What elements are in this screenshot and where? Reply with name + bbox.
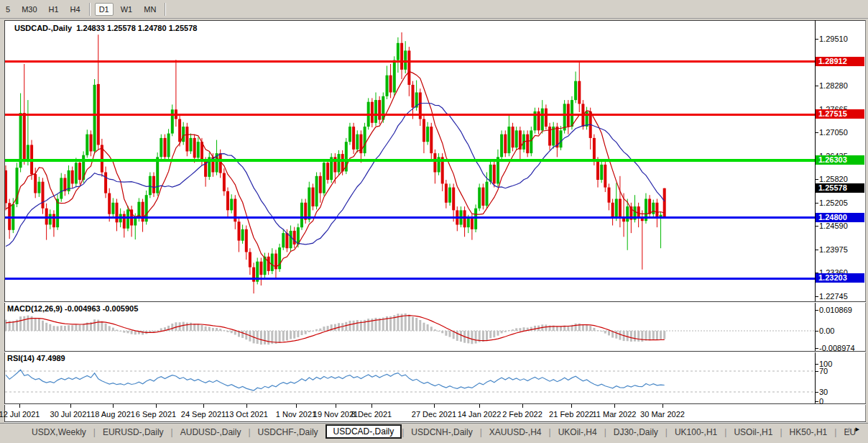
timeframe-button-w1[interactable]: W1 xyxy=(116,3,137,16)
price-tick xyxy=(815,296,818,297)
pane-separator xyxy=(4,403,866,405)
macd-scale-label: 0.010869 xyxy=(819,306,852,314)
tab-hk50-h1[interactable]: HK50-,H1 xyxy=(782,426,835,439)
rsi-scale-tick xyxy=(815,401,818,402)
tab-usdcnh-daily[interactable]: USDCNH-,Daily xyxy=(404,426,479,439)
date-tick xyxy=(571,404,572,408)
date-tick xyxy=(371,404,372,408)
pane-separator xyxy=(4,301,866,303)
price-level-badge: 1.24800 xyxy=(816,213,864,222)
price-level-line[interactable] xyxy=(5,216,815,219)
date-label: 30 Mar 2022 xyxy=(640,410,685,419)
date-label: 12 Jul 2021 xyxy=(0,410,40,419)
price-tick xyxy=(815,203,818,204)
date-label: 21 Feb 2022 xyxy=(549,410,594,419)
date-label: 11 Mar 2022 xyxy=(593,410,637,419)
date-label: 1 Nov 2021 xyxy=(276,410,316,419)
tab-usdcad-daily[interactable]: USDCAD-,Daily xyxy=(326,424,402,439)
scroll-right-icon[interactable]: ▸ xyxy=(855,424,865,433)
date-tick xyxy=(113,404,114,408)
price-tick-label: 1.27050 xyxy=(819,128,848,137)
timeframe-button-d1[interactable]: D1 xyxy=(95,3,114,16)
date-tick xyxy=(19,404,20,408)
price-tick xyxy=(815,250,818,250)
rsi-scale-tick xyxy=(815,364,818,365)
tab-usdchf-daily[interactable]: USDCHF-,Daily xyxy=(251,426,326,439)
macd-scale-tick xyxy=(815,331,818,332)
pane-separator xyxy=(4,421,866,423)
chart-tab-bar: USDX,Weekly|EURUSD-,Daily|AUDUSD-,Daily|… xyxy=(0,423,868,440)
price-level-badge: 1.26303 xyxy=(816,155,864,165)
price-level-line[interactable] xyxy=(5,159,815,162)
price-tick-label: 1.24590 xyxy=(819,221,848,230)
date-tick xyxy=(336,404,336,408)
price-level-badge: 1.28912 xyxy=(816,57,864,66)
macd-scale-label: 0.00 xyxy=(819,326,834,335)
price-tick xyxy=(815,132,818,133)
price-tick xyxy=(815,226,818,227)
price-tick xyxy=(815,179,818,180)
date-tick xyxy=(296,404,297,408)
price-level-line[interactable] xyxy=(5,60,815,63)
scroll-left-icon[interactable]: ◂ xyxy=(846,424,856,433)
price-level-line[interactable] xyxy=(5,278,815,280)
timeframe-button-h1[interactable]: H1 xyxy=(45,3,63,16)
tab-dj30-daily[interactable]: DJ30-,Daily xyxy=(606,426,665,439)
pane-separator xyxy=(4,351,866,352)
date-label: 14 Jan 2022 xyxy=(458,410,502,419)
rsi-scale-label: 70 xyxy=(819,367,828,375)
date-tick xyxy=(246,404,247,408)
date-tick xyxy=(70,404,71,408)
date-tick xyxy=(522,404,523,408)
rsi-scale-tick xyxy=(815,371,818,372)
date-tick xyxy=(662,404,663,408)
date-label: 30 Jul 2021 xyxy=(50,410,91,419)
date-label: 27 Dec 2021 xyxy=(412,410,456,419)
price-tick-label: 1.25820 xyxy=(819,175,848,183)
rsi-canvas xyxy=(5,352,815,403)
date-label: 6 Sep 2021 xyxy=(136,410,176,419)
price-tick xyxy=(815,86,818,86)
price-level-badge: 1.23203 xyxy=(816,273,864,283)
rsi-scale-label: 30 xyxy=(819,388,828,396)
rsi-scale-label: 0 xyxy=(819,397,823,406)
timeframe-button-5[interactable]: 5 xyxy=(1,3,14,16)
date-label: 13 Oct 2021 xyxy=(225,410,268,419)
timeframe-button-mn[interactable]: MN xyxy=(139,3,160,16)
price-tick-label: 1.28280 xyxy=(819,81,848,90)
date-label: 8 Dec 2021 xyxy=(351,410,392,419)
price-tick-label: 1.25205 xyxy=(819,198,848,207)
timeframe-toolbar: 5M30H1H4D1W1MN xyxy=(0,0,868,19)
tab-usdx-weekly[interactable]: USDX,Weekly xyxy=(24,426,93,439)
date-tick xyxy=(203,404,204,408)
price-tick-label: 1.22745 xyxy=(819,292,848,301)
timeframe-button-h4[interactable]: H4 xyxy=(66,3,85,16)
date-label: 18 Aug 2021 xyxy=(91,410,135,419)
tab-usoil-h1[interactable]: USOil-,H1 xyxy=(726,426,780,439)
macd-canvas xyxy=(5,303,815,350)
date-label: 24 Sep 2021 xyxy=(181,410,226,419)
date-tick xyxy=(434,404,435,408)
date-tick xyxy=(614,404,615,408)
tab-uk100-h1[interactable]: UK100-,H1 xyxy=(668,426,724,439)
macd-scale-label: -0.008974 xyxy=(819,344,855,352)
timeframe-button-m30[interactable]: M30 xyxy=(17,3,41,16)
rsi-scale-tick xyxy=(815,392,818,393)
toolbar-separator xyxy=(165,3,166,16)
tab-xauusd-h4[interactable]: XAUUSD-,H4 xyxy=(482,426,549,439)
price-tick-label: 1.29510 xyxy=(819,35,848,43)
price-level-badge: 1.27515 xyxy=(816,109,864,119)
date-tick xyxy=(479,404,480,408)
tab-scroll-arrows: ◂▸ xyxy=(846,424,865,434)
tab-ukoil-h4[interactable]: UKOil-,H4 xyxy=(551,426,604,439)
price-tick-label: 1.23975 xyxy=(819,245,848,254)
date-tick xyxy=(156,404,157,408)
toolbar-separator xyxy=(89,3,91,16)
date-label: 2 Feb 2022 xyxy=(502,410,542,419)
price-tick xyxy=(815,39,818,40)
current-price-badge: 1.25578 xyxy=(816,183,864,193)
tab-eurusd-daily[interactable]: EURUSD-,Daily xyxy=(96,426,171,439)
price-level-line[interactable] xyxy=(5,114,815,116)
macd-scale-tick xyxy=(815,310,818,311)
tab-audusd-daily[interactable]: AUDUSD-,Daily xyxy=(173,426,249,439)
